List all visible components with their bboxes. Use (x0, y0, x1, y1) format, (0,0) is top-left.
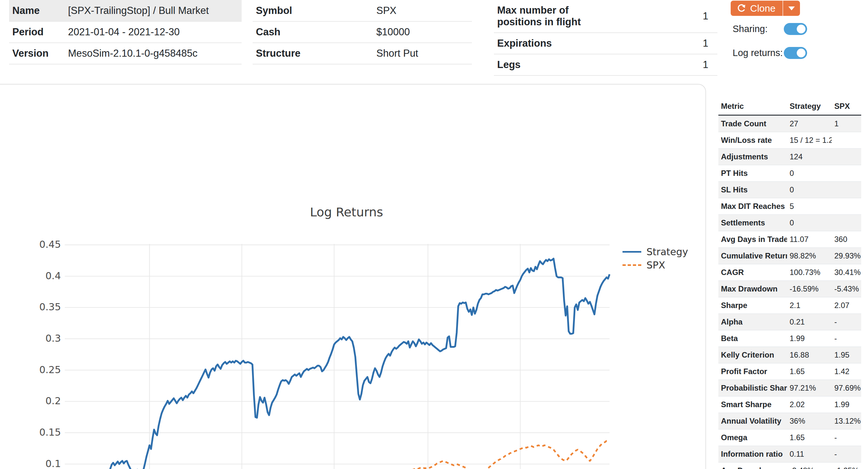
legend-label: Strategy (647, 246, 688, 257)
metrics-header-row: MetricStrategySPX (718, 98, 861, 115)
y-axis-tick-label: 0.1 (19, 458, 61, 469)
clone-button[interactable]: Clone (731, 1, 782, 16)
metrics-column-header: SPX (832, 98, 861, 115)
metric-strategy-value: 100.73% (787, 264, 832, 281)
info-label: Cash (253, 21, 373, 43)
info-value: Short Put (373, 43, 472, 64)
metric-name: Sharpe (718, 297, 787, 314)
y-axis-tick-label: 0.2 (19, 395, 61, 406)
metrics-row: Cumulative Return98.82%29.93% (718, 248, 861, 264)
metric-name: SL Hits (718, 182, 787, 198)
y-axis-tick-label: 0.35 (19, 301, 61, 313)
metric-strategy-value: 1.65 (787, 364, 832, 380)
metric-spx-value (832, 132, 861, 149)
metrics-row: Probabilistic Sharpe97.21%97.69% (718, 380, 861, 397)
metrics-row: Information ratio0.11- (718, 446, 861, 463)
metric-spx-value (832, 182, 861, 198)
metric-spx-value: 1 (832, 115, 861, 132)
metric-spx-value: 13.12% (832, 413, 861, 430)
metrics-row: Smart Sharpe2.021.99 (718, 397, 861, 413)
metric-name: Probabilistic Sharpe (718, 380, 787, 397)
y-axis-tick-label: 0.4 (19, 270, 61, 281)
clone-refresh-icon (737, 4, 746, 13)
metrics-row: Trade Count271 (718, 115, 861, 132)
metrics-row: Omega1.65- (718, 430, 861, 446)
metric-spx-value: - (832, 331, 861, 347)
info-value: 1 (606, 0, 717, 33)
metric-strategy-value: 36% (787, 413, 832, 430)
metric-spx-value: -1.25% (832, 463, 861, 469)
metric-name: Avg Days in Trade (718, 231, 787, 248)
strategy-info-table: Name[SPX-TrailingStop] / Bull MarketPeri… (9, 0, 242, 64)
log-returns-toggle[interactable] (784, 47, 807, 59)
metric-spx-value: 1.42 (832, 364, 861, 380)
chart-canvas[interactable] (65, 244, 610, 469)
metric-name: Trade Count (718, 115, 787, 132)
y-axis-tick-label: 0.15 (19, 427, 61, 438)
info-value: 1 (606, 33, 717, 54)
metric-name: Settlements (718, 215, 787, 231)
metric-name: Avg Drawdown (718, 463, 787, 469)
metric-spx-value: 360 (832, 231, 861, 248)
metric-name: Omega (718, 430, 787, 446)
metrics-row: Annual Volatility36%13.12% (718, 413, 861, 430)
info-label: Name (9, 0, 65, 21)
info-label: Version (9, 43, 65, 64)
clone-button-label: Clone (750, 3, 775, 14)
metrics-row: CAGR100.73%30.41% (718, 264, 861, 281)
strategy-line-swatch (622, 251, 641, 253)
metric-spx-value: 29.93% (832, 248, 861, 264)
toggle-knob (797, 49, 805, 57)
info-value: 1 (606, 54, 717, 75)
metric-spx-value: - (832, 314, 861, 331)
metric-name: Cumulative Return (718, 248, 787, 264)
metric-strategy-value: 0.21 (787, 314, 832, 331)
y-axis-tick-label: 0.25 (19, 364, 61, 375)
clone-dropdown-toggle[interactable] (782, 1, 800, 16)
metrics-row: Avg Drawdown-3.48%-1.25% (718, 463, 861, 469)
info-label: Symbol (253, 0, 373, 21)
chevron-down-icon (788, 6, 795, 10)
metrics-row: Win/Loss rate15 / 12 = 1.25 (718, 132, 861, 149)
metric-name: Max Drawdown (718, 281, 787, 297)
metric-strategy-value: 1.99 (787, 331, 832, 347)
metric-strategy-value: 0 (787, 182, 832, 198)
metric-strategy-value: 2.02 (787, 397, 832, 413)
info-row: Name[SPX-TrailingStop] / Bull Market (9, 0, 242, 21)
metric-name: Max DIT Reaches (718, 198, 787, 215)
sharing-toggle-row: Sharing: (733, 22, 807, 36)
log-returns-toggle-label: Log returns: (733, 48, 783, 58)
metric-name: CAGR (718, 264, 787, 281)
metrics-row: Beta1.99- (718, 331, 861, 347)
info-value: MesoSim-2.10.1-0-g458485c (65, 43, 242, 64)
y-axis-tick-label: 0.45 (19, 239, 61, 250)
info-row: Expirations1 (494, 33, 717, 54)
metric-strategy-value: 97.21% (787, 380, 832, 397)
metric-name: Alpha (718, 314, 787, 331)
position-config-table: Max number of positions in flight1Expira… (494, 0, 717, 76)
sharing-toggle[interactable] (784, 23, 807, 35)
metric-strategy-value: -3.48% (787, 463, 832, 469)
metric-name: Adjustments (718, 149, 787, 165)
metric-strategy-value: -16.59% (787, 281, 832, 297)
metric-strategy-value: 16.88 (787, 347, 832, 364)
info-row: Max number of positions in flight1 (494, 0, 717, 33)
metric-name: Annual Volatility (718, 413, 787, 430)
info-label: Expirations (494, 33, 606, 54)
info-row: VersionMesoSim-2.10.1-0-g458485c (9, 43, 242, 64)
metric-strategy-value: 1.65 (787, 430, 832, 446)
metric-spx-value: 97.69% (832, 380, 861, 397)
info-value: 2021-01-04 - 2021-12-30 (65, 21, 242, 43)
metric-name: PT Hits (718, 165, 787, 182)
info-label: Legs (494, 54, 606, 75)
info-row: SymbolSPX (253, 0, 472, 21)
chart-legend: Strategy SPX (622, 245, 688, 272)
metric-strategy-value: 124 (787, 149, 832, 165)
metric-spx-value (832, 215, 861, 231)
legend-item-strategy[interactable]: Strategy (622, 245, 688, 258)
metrics-column-header: Metric (718, 98, 787, 115)
strategy-config-table: SymbolSPXCash$10000StructureShort Put (253, 0, 472, 64)
metric-name: Profit Factor (718, 364, 787, 380)
info-value: $10000 (373, 21, 472, 43)
legend-item-spx[interactable]: SPX (622, 258, 688, 272)
